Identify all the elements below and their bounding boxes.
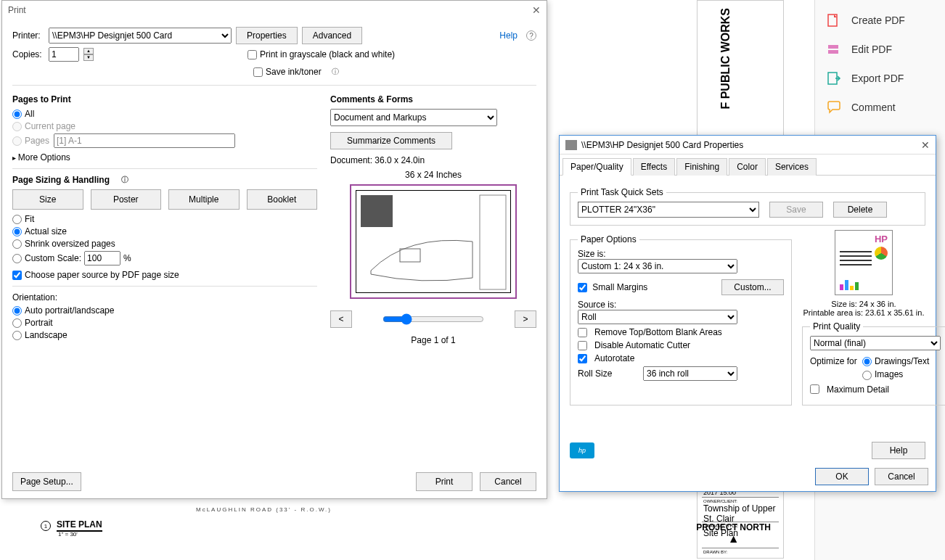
small-margins-checkbox[interactable]: Small Margins xyxy=(578,282,647,292)
north-arrow-icon: ▲ xyxy=(696,532,771,545)
booklet-button[interactable]: Booklet xyxy=(247,189,318,210)
svg-rect-4 xyxy=(361,195,393,227)
close-icon[interactable]: ✕ xyxy=(532,4,541,16)
optimize-drawings-radio[interactable]: Drawings/Text xyxy=(862,356,929,366)
quick-sets-group: Print Task Quick Sets PLOTTER 24"X36" Sa… xyxy=(570,187,925,226)
help-link[interactable]: Help xyxy=(499,30,518,41)
choose-paper-checkbox[interactable]: Choose paper source by PDF page size xyxy=(12,270,317,280)
create-pdf-icon xyxy=(827,13,841,28)
disable-cutter-checkbox[interactable]: Disable Automatic Cutter xyxy=(578,340,784,350)
tool-comment[interactable]: Comment xyxy=(815,93,945,122)
help-button[interactable]: Help xyxy=(872,442,925,459)
properties-button[interactable]: Properties xyxy=(236,27,298,44)
hp-logo-icon: hp xyxy=(570,442,594,458)
preview-caption: 36 x 24 Inches xyxy=(330,170,536,180)
print-dialog: Print ✕ Printer: \\EPM3\HP Designjet 500… xyxy=(1,0,547,499)
printer-properties-dialog: \\EPM3\HP Designjet 500 Card Properties … xyxy=(559,135,936,492)
remove-blank-checkbox[interactable]: Remove Top/Bottom Blank Areas xyxy=(578,327,784,337)
properties-titlebar: \\EPM3\HP Designjet 500 Card Properties … xyxy=(560,136,936,155)
quick-sets-select[interactable]: PLOTTER 24"X36" xyxy=(578,202,759,218)
detail-number: 1 xyxy=(41,521,51,531)
tool-label: Edit PDF xyxy=(851,44,892,55)
actual-size-radio[interactable]: Actual size xyxy=(12,226,317,236)
page-setup-button[interactable]: Page Setup... xyxy=(12,472,81,491)
source-is-label: Source is: xyxy=(578,300,784,310)
svg-rect-1 xyxy=(828,45,838,49)
more-options-toggle[interactable]: More Options xyxy=(12,152,317,162)
summarize-comments-button[interactable]: Summarize Comments xyxy=(330,132,452,149)
poster-button[interactable]: Poster xyxy=(91,189,162,210)
properties-tabs: Paper/Quality Effects Finishing Color Se… xyxy=(560,155,936,176)
drawing-name: SITE PLAN xyxy=(57,519,102,532)
size-button[interactable]: Size xyxy=(12,189,83,210)
tab-services[interactable]: Services xyxy=(767,158,817,176)
printer-select[interactable]: \\EPM3\HP Designjet 500 Card xyxy=(49,28,232,44)
paper-size-select[interactable]: Custom 1: 24 x 36 in. xyxy=(578,259,737,273)
pages-range-input[interactable] xyxy=(54,133,235,148)
cancel-button[interactable]: Cancel xyxy=(875,468,928,485)
save-quickset-button[interactable]: Save xyxy=(769,202,823,218)
custom-scale-radio[interactable]: Custom Scale:% xyxy=(12,251,317,265)
roll-size-label: Roll Size xyxy=(578,368,639,379)
paper-source-select[interactable]: Roll xyxy=(578,310,737,324)
multiple-button[interactable]: Multiple xyxy=(168,189,240,210)
autorotate-checkbox[interactable]: Autorotate xyxy=(578,353,784,363)
tool-edit-pdf[interactable]: Edit PDF xyxy=(815,35,945,64)
drawing-footer: McLAUGHLIN ROAD (33' - R.O.W.) 1 SITE PL… xyxy=(15,499,771,557)
roll-size-select[interactable]: 36 inch roll xyxy=(643,366,737,381)
svg-rect-5 xyxy=(480,195,506,289)
close-icon[interactable]: ✕ xyxy=(921,139,930,151)
grayscale-checkbox[interactable]: Print in grayscale (black and white) xyxy=(248,49,395,59)
shrink-radio[interactable]: Shrink oversized pages xyxy=(12,239,317,249)
project-north-label: PROJECT NORTH▲ xyxy=(696,522,771,545)
help-icon[interactable]: ? xyxy=(526,30,536,41)
tool-create-pdf[interactable]: Create PDF xyxy=(815,6,945,35)
info-icon[interactable]: ⓘ xyxy=(330,67,340,77)
print-quality-legend: Print Quality xyxy=(810,321,863,332)
svg-rect-2 xyxy=(828,50,838,54)
page-sizing-heading: Page Sizing & Handling xyxy=(12,175,110,185)
next-page-button[interactable]: > xyxy=(515,310,536,328)
copies-label: Copies: xyxy=(12,49,44,59)
page-indicator: Page 1 of 1 xyxy=(330,335,536,345)
pages-current-radio[interactable]: Current page xyxy=(12,121,317,131)
custom-size-button[interactable]: Custom... xyxy=(721,279,784,295)
paper-options-legend: Paper Options xyxy=(578,234,639,244)
optimize-for-label: Optimize for xyxy=(810,356,858,366)
tab-color[interactable]: Color xyxy=(729,158,766,176)
tab-effects[interactable]: Effects xyxy=(633,158,675,176)
tool-export-pdf[interactable]: Export PDF xyxy=(815,64,945,93)
optimize-images-radio[interactable]: Images xyxy=(862,369,903,379)
properties-title: \\EPM3\HP Designjet 500 Card Properties xyxy=(581,140,743,150)
cancel-button[interactable]: Cancel xyxy=(480,472,536,491)
size-is-label: Size is: xyxy=(578,249,784,259)
advanced-button[interactable]: Advanced xyxy=(302,27,362,44)
custom-scale-input[interactable] xyxy=(84,251,120,265)
copies-input[interactable] xyxy=(49,47,79,62)
save-ink-checkbox[interactable]: Save ink/toner xyxy=(253,67,322,77)
ok-button[interactable]: OK xyxy=(815,468,869,485)
export-pdf-icon xyxy=(827,71,841,86)
tool-label: Create PDF xyxy=(851,15,905,26)
print-quality-select[interactable]: Normal (final) xyxy=(810,336,941,350)
road-label: McLAUGHLIN ROAD (33' - R.O.W.) xyxy=(196,506,332,513)
info-icon[interactable]: ⓘ xyxy=(120,175,130,185)
max-detail-checkbox[interactable]: Maximum Detail xyxy=(810,384,941,395)
copies-spinner[interactable]: ▲▼ xyxy=(83,48,94,61)
tab-finishing[interactable]: Finishing xyxy=(676,158,727,176)
comments-forms-select[interactable]: Document and Markups xyxy=(330,109,497,126)
delete-quickset-button[interactable]: Delete xyxy=(833,202,887,218)
fit-radio[interactable]: Fit xyxy=(12,214,317,224)
print-button[interactable]: Print xyxy=(416,472,472,491)
pages-range-radio[interactable]: Pages xyxy=(12,133,317,148)
auto-orient-radio[interactable]: Auto portrait/landscape xyxy=(12,305,317,316)
tool-label: Export PDF xyxy=(851,73,904,84)
landscape-radio[interactable]: Landscape xyxy=(12,330,317,340)
preview-zoom-slider[interactable] xyxy=(382,313,484,325)
prev-page-button[interactable]: < xyxy=(330,310,352,328)
pages-all-radio[interactable]: All xyxy=(12,109,317,119)
tab-paper-quality[interactable]: Paper/Quality xyxy=(562,158,631,176)
quick-sets-legend: Print Task Quick Sets xyxy=(578,187,666,197)
portrait-radio[interactable]: Portrait xyxy=(12,318,317,328)
pages-to-print-heading: Pages to Print xyxy=(12,94,317,104)
